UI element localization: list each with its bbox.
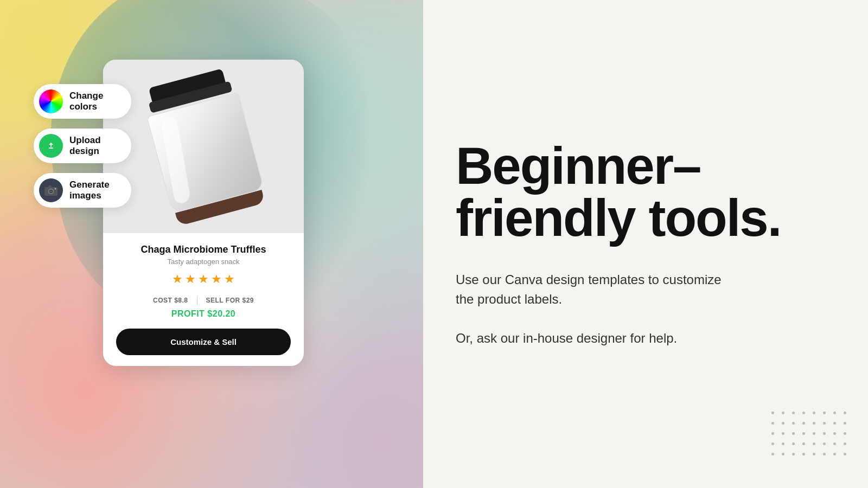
dot <box>771 422 774 425</box>
dot <box>802 412 805 414</box>
change-colors-label: Change colors <box>69 91 103 113</box>
dot <box>802 432 805 435</box>
star-4: ★ <box>211 272 222 286</box>
upload-design-label: Upload design <box>69 135 101 157</box>
dot <box>782 412 784 414</box>
dot <box>792 412 795 414</box>
description-paragraph-2: Or, ask our in-house designer for help. <box>456 329 716 348</box>
generate-images-label: Generate images <box>69 179 110 202</box>
product-card: Chaga Microbiome Truffles Tasty adaptoge… <box>103 60 304 366</box>
dot <box>833 453 836 455</box>
dot <box>833 432 836 435</box>
dot <box>792 432 795 435</box>
description-paragraph-1: Use our Canva design templates to custom… <box>456 270 738 309</box>
star-rating: ★ ★ ★ ★ ★ <box>116 272 291 286</box>
jar-illustration <box>131 60 272 223</box>
dot <box>823 432 826 435</box>
dot <box>844 432 846 435</box>
left-section: Change colors Upload design <box>0 0 423 488</box>
change-colors-button[interactable]: Change colors <box>34 84 131 119</box>
dot <box>792 453 795 455</box>
star-5: ★ <box>224 272 235 286</box>
pricing-divider <box>197 296 197 305</box>
product-name: Chaga Microbiome Truffles <box>116 244 291 255</box>
dot <box>771 412 774 414</box>
svg-point-7 <box>55 188 56 190</box>
dot <box>771 442 774 445</box>
upload-arrow-icon <box>44 139 58 152</box>
star-2: ★ <box>185 272 196 286</box>
dot <box>813 442 815 445</box>
dot <box>833 422 836 425</box>
dot <box>823 422 826 425</box>
dot <box>782 442 784 445</box>
sell-label: SELL FOR $29 <box>206 297 254 304</box>
star-1: ★ <box>172 272 183 286</box>
dot <box>802 422 805 425</box>
star-3: ★ <box>198 272 209 286</box>
main-heading: Beginner–friendly tools. <box>456 140 825 244</box>
camera-svg-icon <box>44 184 58 196</box>
dot <box>771 432 774 435</box>
dot <box>844 422 846 425</box>
dot <box>823 453 826 455</box>
right-section: Beginner–friendly tools. Use our Canva d… <box>423 0 868 488</box>
dot <box>813 422 815 425</box>
dot <box>782 432 784 435</box>
dot <box>823 412 826 414</box>
dot <box>844 442 846 445</box>
svg-point-5 <box>50 191 52 192</box>
dot <box>792 422 795 425</box>
dot <box>802 442 805 445</box>
dot <box>844 412 846 414</box>
profit-label: PROFIT $20.20 <box>171 309 236 318</box>
dot <box>782 422 784 425</box>
customize-sell-button[interactable]: Customize & Sell <box>116 329 291 355</box>
svg-rect-1 <box>49 147 53 149</box>
dot <box>802 453 805 455</box>
dot <box>823 442 826 445</box>
dot <box>792 442 795 445</box>
card-image <box>103 60 304 233</box>
dot <box>833 412 836 414</box>
dot <box>782 453 784 455</box>
dot <box>833 442 836 445</box>
dot <box>844 453 846 455</box>
camera-icon-bg <box>39 178 63 202</box>
upload-design-button[interactable]: Upload design <box>34 129 131 163</box>
dot <box>813 432 815 435</box>
pricing-row: COST $8.8 SELL FOR $29 <box>116 296 291 305</box>
dot <box>813 412 815 414</box>
cost-label: COST $8.8 <box>153 297 188 304</box>
dot <box>771 453 774 455</box>
card-content: Chaga Microbiome Truffles Tasty adaptoge… <box>103 233 304 366</box>
product-subtitle: Tasty adaptogen snack <box>116 258 291 266</box>
colors-icon <box>39 89 63 113</box>
dot <box>813 453 815 455</box>
tool-buttons-group: Change colors Upload design <box>34 84 131 208</box>
dot-grid-decoration <box>771 412 846 455</box>
upload-icon <box>39 134 63 158</box>
generate-images-button[interactable]: Generate images <box>34 173 131 208</box>
profit-row: PROFIT $20.20 <box>116 309 291 319</box>
svg-rect-6 <box>48 185 52 188</box>
